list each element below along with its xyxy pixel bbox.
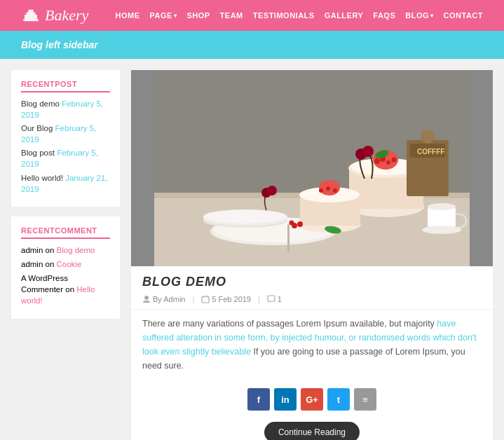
svg-rect-36: [287, 224, 290, 252]
blog-dropdown-icon: ▾: [430, 13, 434, 19]
logo-text: Bakery: [45, 6, 88, 25]
page-dropdown-icon: ▾: [174, 13, 177, 19]
recent-comments-section: RECENTCOMMENT admin on Blog demo admin o…: [11, 216, 120, 319]
svg-rect-3: [28, 10, 33, 13]
recent-posts-section: RECENTPOST Blog demo February 5, 2019 Ou…: [11, 70, 120, 207]
nav-blog[interactable]: BLOG▾: [405, 11, 433, 20]
svg-rect-54: [268, 296, 275, 301]
comment-3: A WordPress Commenter on Hello world!: [21, 273, 110, 306]
svg-point-33: [319, 188, 323, 193]
blog-area: COFFFF BLOG DEMO: [131, 70, 493, 440]
nav-shop[interactable]: SHOP: [186, 11, 210, 20]
sidebar-post-4[interactable]: Hello world! January 21, 2019: [21, 172, 110, 195]
svg-point-48: [290, 221, 294, 226]
meta-date: 5 Feb 2019: [201, 295, 251, 303]
social-buttons: f in G+ t ≡: [131, 380, 493, 416]
main-content: RECENTPOST Blog demo February 5, 2019 Ou…: [0, 59, 504, 440]
svg-point-34: [326, 186, 330, 191]
meta-sep-2: |: [258, 295, 260, 303]
blog-excerpt: There are many variations of passages Lo…: [131, 310, 493, 380]
linkedin-share-button[interactable]: in: [274, 388, 297, 411]
logo[interactable]: Bakery: [21, 6, 88, 25]
svg-text:COFFFF: COFFFF: [417, 148, 444, 156]
meta-sep-1: |: [192, 295, 194, 303]
blog-title: BLOG DEMO: [131, 266, 493, 292]
svg-point-45: [267, 186, 277, 195]
svg-point-23: [386, 160, 390, 165]
excerpt-text-1: There are many variations of passages Lo…: [142, 319, 437, 329]
google-share-button[interactable]: G+: [301, 388, 323, 411]
recent-posts-title: RECENTPOST: [21, 80, 110, 92]
comment-1: admin on Blog demo: [21, 245, 110, 256]
blog-image-svg: COFFFF: [131, 70, 493, 266]
blog-featured-image: COFFFF: [131, 70, 493, 266]
svg-point-21: [374, 158, 380, 164]
twitter-share-button[interactable]: t: [327, 388, 350, 411]
header: Bakery HOME PAGE▾ SHOP TEAM TESTIMONIALS…: [0, 0, 504, 31]
svg-point-27: [362, 146, 374, 157]
bakery-logo-icon: [21, 8, 41, 22]
nav-page[interactable]: PAGE▾: [150, 11, 177, 20]
sidebar: RECENTPOST Blog demo February 5, 2019 Ou…: [11, 70, 120, 440]
comment-1-link[interactable]: Blog demo: [57, 246, 95, 254]
svg-rect-51: [202, 296, 209, 303]
svg-point-35: [333, 188, 337, 193]
comment-2: admin on Cookie: [21, 259, 110, 270]
svg-point-43: [422, 226, 461, 234]
comment-icon: [267, 295, 275, 303]
facebook-share-button[interactable]: f: [247, 388, 270, 411]
author-icon: [142, 295, 151, 303]
recent-comments-title: RECENTCOMMENT: [21, 226, 110, 239]
sub-header: Blog left sidebar: [0, 31, 504, 59]
svg-point-12: [203, 209, 287, 224]
sub-header-title: Blog left sidebar: [21, 39, 98, 50]
svg-point-42: [428, 203, 456, 210]
svg-point-50: [144, 296, 149, 300]
comment-2-link[interactable]: Cookie: [57, 260, 82, 268]
nav-gallery[interactable]: GALLERY: [325, 11, 364, 20]
nav-faqs[interactable]: FAQS: [373, 11, 395, 20]
meta-author: By Admin: [142, 295, 185, 303]
svg-rect-2: [23, 19, 39, 21]
svg-point-47: [297, 221, 303, 227]
continue-reading-button[interactable]: Continue Reading: [264, 422, 360, 440]
sidebar-post-1[interactable]: Blog demo February 5, 2019: [21, 98, 110, 121]
meta-comments: 1: [267, 295, 282, 303]
nav-home[interactable]: HOME: [116, 11, 140, 20]
calendar-icon: [201, 295, 210, 303]
svg-rect-40: [421, 130, 435, 144]
main-nav: HOME PAGE▾ SHOP TEAM TESTIMONIALS GALLER…: [116, 11, 483, 20]
svg-rect-0: [25, 15, 37, 20]
extra-share-button[interactable]: ≡: [354, 388, 376, 411]
sidebar-post-2[interactable]: Our Blog February 5, 2019: [21, 123, 110, 145]
comment-3-link[interactable]: Hello world!: [21, 285, 95, 305]
sidebar-post-3[interactable]: Blog post February 5, 2019: [21, 147, 110, 170]
blog-meta: By Admin | 5 Feb 2019 | 1: [131, 292, 493, 310]
nav-team[interactable]: TEAM: [220, 11, 243, 20]
svg-point-24: [392, 158, 397, 163]
nav-contact[interactable]: CONTACT: [444, 11, 483, 20]
nav-testimonials[interactable]: TESTIMONIALS: [253, 11, 315, 20]
